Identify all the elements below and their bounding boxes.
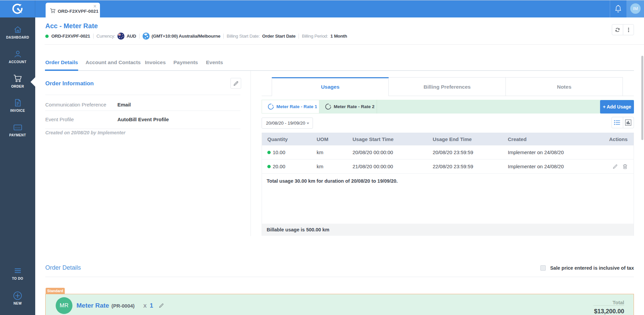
tax-inclusive-label: Sale price entered is inclusive of tax — [550, 265, 634, 271]
product-code: (PR-0004) — [111, 303, 135, 309]
sidebar-item-payment[interactable]: PAYMENT — [0, 123, 35, 137]
section-divider — [45, 129, 240, 129]
tab-close-icon[interactable]: × — [92, 4, 98, 9]
usage-table-header: Quantity UOM Usage Start Time Usage End … — [262, 133, 634, 145]
sidebar-item-dashboard[interactable]: DASHBOARD — [0, 25, 35, 40]
active-tab-indicator — [45, 70, 78, 71]
cart-icon — [13, 74, 22, 83]
rate-selector-row: Meter Rate - Rate 1 Meter Rate - Rate 2 — [262, 100, 634, 114]
product-name-link[interactable]: Meter Rate — [76, 302, 109, 309]
sidebar-item-todo[interactable]: TO DO — [0, 266, 35, 281]
date-range-dropdown[interactable]: 20/08/20 - 19/09/20 — [262, 118, 313, 129]
field-label: Communication Preference — [45, 102, 106, 107]
app-logo-icon[interactable] — [10, 2, 24, 16]
vertical-scrollbar[interactable] — [641, 56, 643, 140]
edit-quantity-icon[interactable] — [159, 303, 164, 308]
billing-start-label: Billing Start Date: — [227, 34, 260, 39]
order-details-heading: Order Details — [45, 264, 81, 271]
tab-events[interactable]: Events — [206, 59, 223, 65]
tab-order-id: ORD-F2XVPF-0021 — [58, 9, 99, 14]
logo-divider — [35, 0, 35, 17]
header-divider — [610, 0, 610, 17]
field-value: AutoBill Event Profile — [117, 117, 169, 122]
panel-divider — [251, 71, 251, 236]
total-underline — [593, 305, 624, 306]
usage-row[interactable]: 10.00 km 20/08/20 00:00:00 20/08/20 23:5… — [262, 145, 634, 160]
total-usage-text: Total usage 30.00 km for duration of 20/… — [267, 178, 398, 184]
product-multiplier: X — [143, 303, 147, 309]
notifications-bell-icon[interactable] — [614, 5, 622, 13]
home-icon — [13, 25, 22, 34]
order-status-dot — [45, 35, 49, 38]
person-icon — [13, 50, 22, 58]
invoice-icon — [13, 98, 22, 107]
tabs-underline — [45, 70, 634, 71]
cart-tab-icon — [50, 8, 56, 15]
tax-inclusive-checkbox[interactable] — [540, 265, 546, 271]
user-menu[interactable]: IM — [627, 0, 644, 17]
sidebar-item-order[interactable]: ORDER — [0, 74, 35, 89]
page-actions — [612, 24, 634, 35]
delete-usage-icon[interactable] — [623, 164, 628, 169]
sidebar-item-new[interactable]: NEW — [0, 291, 35, 306]
timezone-globe-icon — [143, 33, 150, 40]
plus-circle-icon — [13, 291, 22, 300]
chart-view-button[interactable] — [623, 117, 634, 128]
usage-table: Quantity UOM Usage Start Time Usage End … — [262, 133, 634, 236]
tab-strip-line — [262, 96, 272, 96]
total-label: Total — [524, 300, 624, 305]
aud-flag-icon — [117, 33, 124, 40]
tab-payments[interactable]: Payments — [173, 59, 198, 65]
tab-usages[interactable]: Usages — [272, 77, 389, 96]
rate-ring-icon — [325, 103, 331, 110]
rate-option-2[interactable]: Meter Rate - Rate 2 — [319, 100, 377, 114]
usage-row[interactable]: 20.00 km 21/08/20 00:00:00 22/08/20 23:5… — [262, 160, 634, 174]
product-line: Meter Rate (PR-0004) X 1 — [76, 294, 164, 315]
more-options-button[interactable] — [623, 25, 634, 35]
list-view-button[interactable] — [612, 117, 623, 128]
order-details-divider — [45, 277, 634, 277]
product-avatar: MR — [56, 297, 72, 314]
order-id: ORD-F2XVPF-0021 — [51, 34, 90, 39]
timezone-value: (GMT+10:00) Australia/Melbourne — [152, 34, 220, 39]
credit-card-icon — [13, 123, 22, 132]
usage-status-dot — [267, 165, 271, 168]
order-information-heading: Order Information — [45, 80, 94, 87]
field-value: Email — [117, 102, 131, 107]
chevron-down-icon — [307, 123, 309, 124]
order-meta-row: ORD-F2XVPF-0021 Currency: AUD — [45, 33, 347, 39]
created-note: Created on 20/08/20 by Implementer — [45, 130, 125, 135]
total-value: $13,200.00 — [524, 308, 624, 315]
standard-badge: Standard — [46, 288, 65, 294]
tab-account-and-contacts[interactable]: Account and Contacts — [86, 59, 141, 65]
rate-ring-icon — [268, 103, 274, 110]
page-title: Acc - Meter Rate — [45, 22, 98, 30]
product-quantity: 1 — [150, 302, 153, 309]
billable-usage-bar: Billable usage is 500.00 km — [262, 224, 634, 236]
refresh-button[interactable] — [612, 25, 623, 35]
product-card: MR Meter Rate (PR-0004) X 1 Total $13,20… — [45, 294, 634, 315]
meta-separator — [299, 34, 299, 39]
todo-list-icon — [13, 266, 22, 275]
section-divider — [45, 95, 240, 95]
meta-separator — [93, 34, 94, 39]
meta-separator — [139, 34, 140, 39]
meta-separator — [223, 34, 224, 39]
usage-status-dot — [267, 151, 271, 154]
user-avatar[interactable]: IM — [630, 3, 641, 14]
tab-order-details[interactable]: Order Details — [45, 59, 78, 65]
add-usage-button[interactable]: + Add Usage — [600, 100, 634, 114]
order-document-tab[interactable]: ORD-F2XVPF-0021 × — [46, 3, 100, 17]
tab-billing-preferences[interactable]: Billing Preferences — [389, 77, 506, 96]
tab-strip-line — [389, 96, 634, 96]
rate-option-1[interactable]: Meter Rate - Rate 1 — [262, 100, 319, 114]
sidebar-item-account[interactable]: ACCOUNT — [0, 50, 35, 64]
edit-usage-icon[interactable] — [612, 164, 618, 169]
edit-order-info-button[interactable] — [230, 78, 241, 89]
billing-period-label: Billing Period: — [302, 34, 328, 39]
tab-notes[interactable]: Notes — [506, 77, 623, 96]
tab-invoices[interactable]: Invoices — [145, 59, 166, 65]
sidebar-item-invoice[interactable]: INVOICE — [0, 98, 35, 113]
billing-period-value: 1 Month — [330, 34, 347, 39]
top-hairline — [0, 0, 644, 0]
